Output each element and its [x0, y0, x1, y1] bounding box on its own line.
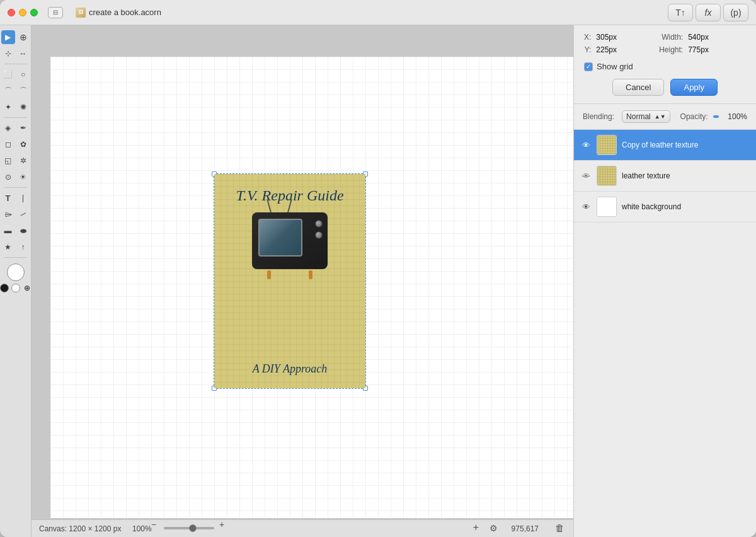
delete-layer-button[interactable]: 🗑 [555, 523, 564, 533]
layer-item-copy-texture[interactable]: 👁 Copy of leather texture [574, 130, 756, 161]
polygon-lasso-icon: ⌒ [20, 86, 27, 96]
show-grid-row: Show grid [584, 62, 746, 71]
add-layer-button[interactable]: + [473, 522, 479, 533]
maximize-button[interactable] [30, 9, 38, 16]
height-label: Height: [659, 45, 683, 54]
polygon-lasso-tool[interactable]: ⌒ [16, 84, 30, 98]
bezier-tool[interactable]: ⌲ [1, 207, 15, 221]
blending-select[interactable]: Normal ▲▼ [622, 110, 670, 123]
select-tool[interactable]: ▶ [1, 30, 15, 44]
white-swatch[interactable] [11, 284, 20, 292]
tv-knob-1 [315, 220, 323, 228]
tool-row-7: ◻ ✿ [1, 136, 30, 153]
tv-leg-right [309, 270, 312, 279]
zoom-icon: ⊕ [20, 32, 27, 42]
layer-item-leather-texture[interactable]: 👁 leather texture [574, 161, 756, 192]
width-label: Width: [659, 33, 683, 42]
black-swatch[interactable] [0, 284, 9, 292]
color-row: ⊕ [0, 284, 32, 292]
tool-row-9: ⊙ ☀ [1, 169, 30, 185]
smudge-tool[interactable]: ⊙ [1, 170, 15, 184]
zoom-percentage: 100% [132, 524, 152, 533]
text-tool[interactable]: T [1, 191, 15, 205]
lasso-tool[interactable]: ⌒ [1, 84, 15, 98]
zoom-plus[interactable]: + [219, 519, 224, 529]
height-value: 775px [688, 45, 746, 54]
zoom-tool[interactable]: ⊕ [16, 30, 30, 44]
layer-eye-icon[interactable]: 👁 [580, 139, 592, 151]
ellipse-select-tool[interactable]: ○ [16, 67, 30, 81]
tools-panel-button[interactable]: T↑ [668, 4, 693, 21]
show-grid-checkbox[interactable] [584, 62, 593, 71]
zoom-minus[interactable]: − [151, 519, 156, 529]
blending-value: Normal [626, 112, 651, 121]
tool-row-10: T | [1, 190, 30, 206]
tool-row-3: ⬜ ○ [1, 66, 30, 83]
fx-panel-button[interactable]: fx [696, 4, 721, 21]
tool-row-13: ★ ↑ [1, 239, 30, 255]
rect-shape-tool[interactable]: ▬ [1, 224, 15, 238]
layer-item-white-bg[interactable]: 👁 white background [574, 192, 756, 222]
x-value: 305px [596, 33, 654, 42]
layer-eye-bg-icon[interactable]: 👁 [580, 201, 592, 212]
opacity-label: Opacity: [680, 112, 708, 121]
zoom-minus-icon: − [151, 519, 156, 529]
blending-label: Blending: [583, 112, 614, 121]
tool-row-12: ▬ ⬬ [1, 222, 30, 239]
texture-thumb [597, 136, 616, 154]
opacity-slider[interactable] [713, 115, 719, 118]
foreground-color[interactable] [7, 263, 25, 281]
minimize-button[interactable] [19, 9, 26, 16]
layers-panel: 👁 Copy of leather texture 👁 leather text… [574, 130, 756, 537]
layer-thumbnail [597, 135, 617, 155]
tv-legs [249, 270, 331, 279]
crop-tool[interactable]: ⊹ [1, 47, 15, 61]
burn-tool[interactable]: ✲ [16, 154, 30, 168]
eyedropper-tool[interactable]: ◈ [1, 121, 15, 135]
color-swatches: ⊕ [0, 263, 32, 292]
layer-hidden-eye-icon[interactable]: 👁 [580, 170, 592, 182]
paintbrush-tool[interactable]: ◻ [1, 137, 15, 151]
cancel-button[interactable]: Cancel [612, 79, 664, 96]
line-tool[interactable]: / [16, 207, 30, 221]
tool-row-4: ⌒ ⌒ [1, 83, 30, 99]
rotate-tool[interactable]: ↔ [16, 47, 30, 61]
rotate-icon: ↔ [20, 49, 27, 58]
gradient-icon: ◱ [4, 156, 11, 165]
ellipse-shape-tool[interactable]: ⬬ [16, 224, 30, 238]
position-size-grid: X: 305px Width: 540px Y: 225px Height: 7… [584, 33, 746, 54]
clone-tool[interactable]: ✿ [16, 137, 30, 151]
star-tool[interactable]: ★ [1, 240, 15, 254]
bezier-icon: ⌲ [4, 210, 12, 219]
main-content: ▶ ⊕ ⊹ ↔ ⬜ ○ [0, 25, 756, 537]
sidebar-toggle[interactable]: ⊟ [48, 7, 63, 18]
layer-thumbnail-leather [597, 166, 617, 186]
pen-icon: ✒ [20, 124, 26, 132]
ellipse-shape-icon: ⬬ [20, 226, 26, 235]
tv-body [252, 212, 328, 269]
select-icon: ▶ [5, 33, 11, 42]
book-subtitle: A DIY Approach [224, 362, 356, 376]
cursor-tool[interactable]: | [16, 191, 30, 205]
tv-illustration [249, 212, 331, 282]
layer-thumbnail-white [597, 197, 617, 217]
tv-leg-left [267, 270, 271, 279]
apply-button[interactable]: Apply [670, 79, 718, 96]
main-window: ⊟ 🖼 create a book.acorn T↑ fx (p) ▶ [0, 0, 756, 537]
tool-row-8: ◱ ✲ [1, 153, 30, 169]
layer-settings-button[interactable]: ⚙ [490, 523, 498, 533]
eyedropper-icon: ◈ [5, 124, 11, 132]
p-icon: (p) [730, 8, 741, 18]
arrow-tool[interactable]: ↑ [16, 240, 30, 254]
dodge-tool[interactable]: ☀ [16, 170, 30, 184]
zoom-slider[interactable] [164, 527, 214, 529]
smart-fill-tool[interactable]: ✺ [16, 100, 30, 114]
close-button[interactable] [8, 9, 15, 16]
rect-select-tool[interactable]: ⬜ [1, 67, 15, 81]
gradient-tool[interactable]: ◱ [1, 154, 15, 168]
zoom-small-icon[interactable]: ⊕ [23, 284, 32, 292]
blending-chevron-icon: ▲▼ [655, 113, 666, 120]
pen-tool[interactable]: ✒ [16, 121, 30, 135]
magic-wand-tool[interactable]: ✦ [1, 100, 15, 114]
p-panel-button[interactable]: (p) [723, 4, 748, 21]
